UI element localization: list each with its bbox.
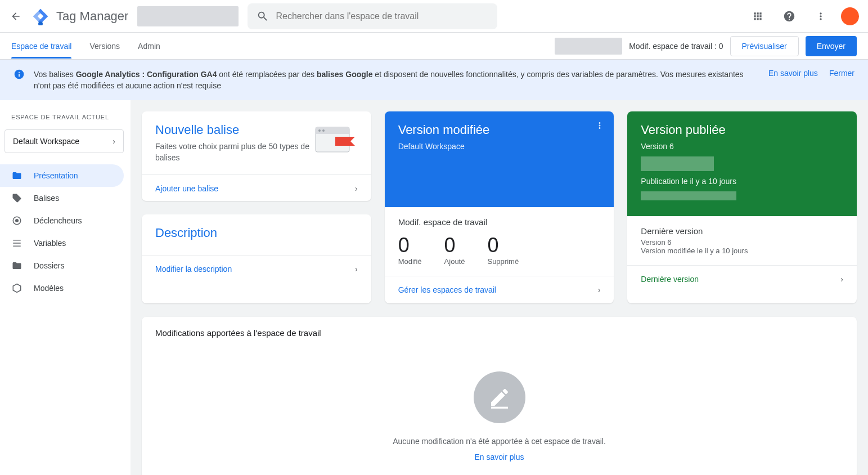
banner-close[interactable]: Fermer	[829, 69, 854, 78]
published-sub: Version 6	[641, 141, 843, 152]
apps-button[interactable]	[746, 5, 769, 28]
header-actions	[746, 5, 859, 28]
search-icon	[257, 10, 269, 23]
nav-variables[interactable]: Variables	[0, 232, 124, 254]
gtm-logo-icon	[32, 7, 50, 25]
edit-icon	[488, 386, 511, 409]
svg-point-7	[322, 129, 325, 132]
workspace-selector[interactable]: Default Workspace ›	[5, 129, 124, 153]
variable-icon	[11, 238, 23, 249]
subheader: Espace de travail Versions Admin Modif. …	[0, 33, 868, 60]
latest-version-date: Version modifiée le il y a 10 jours	[641, 247, 843, 255]
workspace-name: Default Workspace	[13, 137, 79, 146]
modified-sub: Default Workspace	[398, 141, 601, 152]
nav-overview[interactable]: Présentation	[0, 164, 124, 187]
more-vert-icon	[815, 11, 826, 22]
chevron-right-icon: ›	[355, 265, 358, 274]
tab-versions[interactable]: Versions	[89, 34, 120, 59]
tab-workspace[interactable]: Espace de travail	[11, 34, 71, 59]
published-title: Version publiée	[641, 123, 843, 137]
svg-rect-8	[491, 407, 508, 409]
tab-admin[interactable]: Admin	[138, 34, 160, 59]
nav-tags[interactable]: Balises	[0, 187, 124, 209]
account-redacted	[137, 6, 239, 26]
manage-workspaces-action[interactable]: Gérer les espaces de travail ›	[385, 276, 614, 303]
nav-folders[interactable]: Dossiers	[0, 254, 124, 277]
new-tag-card: Nouvelle balise Faites votre choix parmi…	[142, 111, 371, 201]
more-button[interactable]	[809, 5, 832, 28]
folder-icon	[11, 260, 23, 271]
description-card: Description Modifier la description ›	[142, 214, 371, 304]
workspace-changes-card: Modifications apportées à l'espace de tr…	[142, 317, 857, 475]
chevron-right-icon: ›	[840, 275, 843, 284]
sidebar: ESPACE DE TRAVAIL ACTUEL Default Workspa…	[0, 100, 131, 475]
card-more-button[interactable]	[595, 120, 605, 132]
chevron-right-icon: ›	[355, 184, 358, 193]
modified-version-card: Version modifiée Default Workspace Modif…	[385, 111, 614, 303]
chevron-right-icon: ›	[113, 137, 115, 146]
tag-icon	[11, 192, 23, 204]
stat-modified: 0Modifié	[398, 234, 422, 266]
template-icon	[11, 283, 23, 294]
nav-triggers[interactable]: Déclencheurs	[0, 209, 124, 232]
user-avatar[interactable]	[841, 7, 859, 25]
back-button[interactable]	[9, 10, 23, 23]
content-area: Nouvelle balise Faites votre choix parmi…	[131, 100, 868, 475]
svg-point-3	[15, 219, 19, 222]
banner-learn-more[interactable]: En savoir plus	[768, 69, 818, 78]
add-tag-action[interactable]: Ajouter une balise ›	[142, 174, 371, 201]
logo-section: Tag Manager	[32, 7, 128, 25]
stat-added: 0Ajouté	[444, 234, 465, 266]
latest-version-title: Dernière version	[641, 226, 843, 236]
stats-title: Modif. espace de travail	[398, 217, 601, 227]
chevron-right-icon: ›	[598, 285, 601, 294]
empty-state-icon	[474, 371, 525, 423]
container-id-redacted	[555, 38, 622, 55]
help-button[interactable]	[778, 5, 800, 28]
workspace-changes-title: Modifications apportées à l'espace de tr…	[155, 328, 843, 338]
published-version-card: Version publiée Version 6 Publication le…	[627, 111, 857, 303]
search-input[interactable]	[276, 11, 488, 21]
svg-point-6	[318, 129, 321, 132]
info-icon	[14, 69, 25, 80]
overview-icon	[11, 170, 23, 181]
latest-version-num: Version 6	[641, 238, 843, 247]
arrow-left-icon	[10, 11, 21, 22]
help-icon	[783, 10, 795, 23]
apps-icon	[752, 11, 763, 22]
description-title: Description	[155, 226, 358, 240]
banner-text: Vos balises Google Analytics : Configura…	[34, 69, 759, 91]
modified-title: Version modifiée	[398, 123, 601, 137]
app-title: Tag Manager	[56, 9, 128, 24]
preview-button[interactable]: Prévisualiser	[730, 36, 799, 56]
published-date: Publication le il y a 10 jours	[641, 176, 843, 187]
submit-button[interactable]: Envoyer	[806, 36, 857, 56]
edit-description-action[interactable]: Modifier la description ›	[142, 255, 371, 283]
trigger-icon	[11, 215, 23, 226]
stat-deleted: 0Supprimé	[487, 234, 519, 266]
info-banner: Vos balises Google Analytics : Configura…	[0, 60, 868, 100]
latest-version-action[interactable]: Dernière version ›	[627, 265, 857, 293]
workspace-mods-count: Modif. espace de travail : 0	[629, 42, 723, 51]
tag-illustration-icon	[313, 123, 358, 156]
redacted-box	[641, 156, 714, 171]
nav-templates[interactable]: Modèles	[0, 277, 124, 299]
search-box[interactable]	[248, 3, 497, 29]
top-header: Tag Manager	[0, 0, 868, 33]
more-vert-icon	[595, 120, 605, 131]
empty-state-text: Aucune modification n'a été apportée à c…	[155, 437, 843, 446]
sidebar-section-label: ESPACE DE TRAVAIL ACTUEL	[0, 109, 131, 125]
learn-more-link[interactable]: En savoir plus	[155, 452, 843, 461]
redacted-box	[641, 191, 736, 200]
